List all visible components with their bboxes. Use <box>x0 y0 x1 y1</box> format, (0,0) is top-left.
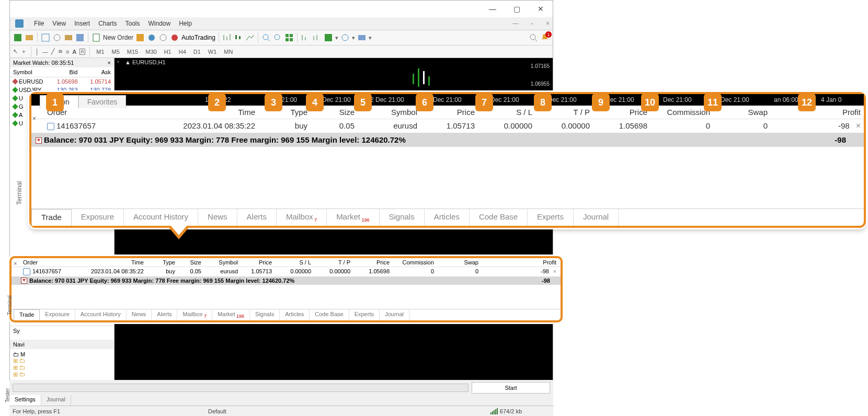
mw-close-icon[interactable]: × <box>108 60 111 66</box>
new-order-button[interactable]: New Order <box>103 34 133 41</box>
nav-tree[interactable]: 🗀 M ⊞ 🗀 ⊞ 🗀 ⊞ 🗀 <box>10 349 114 380</box>
label-icon[interactable]: 🄰 <box>79 49 85 55</box>
chart-close-icon[interactable]: × <box>117 59 120 65</box>
tester-tab-settings[interactable]: Settings <box>9 395 41 406</box>
terminal-close-icon[interactable]: × <box>14 260 17 267</box>
tf-m15[interactable]: M15 <box>125 48 140 55</box>
tab-experts[interactable]: Experts <box>528 209 574 226</box>
start-button[interactable]: Start <box>472 382 550 394</box>
nav-icon[interactable] <box>52 33 62 42</box>
globe-icon[interactable] <box>158 33 168 42</box>
menu-insert[interactable]: Insert <box>74 20 90 27</box>
channel-icon[interactable]: ≋ <box>58 48 63 55</box>
tab-exposure[interactable]: Exposure <box>40 309 75 320</box>
col-tp[interactable]: T / P <box>311 259 350 265</box>
cursor-icon[interactable]: ↖ <box>13 48 18 55</box>
tab-mailbox[interactable]: Mailbox 7 <box>277 209 327 226</box>
auto-icon[interactable] <box>170 33 179 42</box>
col-symbol[interactable]: Symbol <box>201 259 238 265</box>
tab-market[interactable]: Market 196 <box>212 309 250 320</box>
tab-code-base[interactable]: Code Base <box>310 309 349 320</box>
col-bid[interactable]: Bid <box>44 69 78 75</box>
tab-journal[interactable]: Journal <box>380 309 409 320</box>
col-time[interactable]: Time <box>140 108 255 117</box>
tab-experts[interactable]: Experts <box>349 309 380 320</box>
terminal-icon[interactable] <box>64 33 73 42</box>
tab-account-history[interactable]: Account History <box>124 209 198 226</box>
tab-trade[interactable]: Trade <box>31 209 72 226</box>
col-sl[interactable]: S / L <box>272 259 311 265</box>
tab-code-base[interactable]: Code Base <box>470 209 528 226</box>
mdi-min-icon[interactable]: — <box>512 20 519 27</box>
expert-icon[interactable] <box>147 33 156 42</box>
text-icon[interactable]: A <box>72 49 76 55</box>
trade-row-big[interactable]: 141637657 2023.01.04 08:35:22 buy 0.05 e… <box>31 119 864 133</box>
maximize-button[interactable]: ▢ <box>505 1 529 17</box>
hline-icon[interactable]: — <box>42 49 48 55</box>
autotrading-button[interactable]: AutoTrading <box>181 34 215 41</box>
col-ask[interactable]: Ask <box>78 69 111 75</box>
col-symbol[interactable]: Symbol <box>13 69 44 75</box>
menu-file[interactable]: File <box>34 20 44 27</box>
close-order-button[interactable]: × <box>853 121 864 131</box>
zoom-in-icon[interactable] <box>261 33 271 42</box>
periods-icon[interactable] <box>340 33 350 42</box>
tab-account-history[interactable]: Account History <box>75 309 127 320</box>
tab-articles[interactable]: Articles <box>425 209 470 226</box>
tab-news[interactable]: News <box>198 209 237 226</box>
tf-d1[interactable]: D1 <box>191 48 203 55</box>
tab-signals[interactable]: Signals <box>250 309 280 320</box>
search-icon[interactable] <box>529 33 538 42</box>
scroll-icon[interactable] <box>312 33 322 42</box>
menu-window[interactable]: Window <box>149 20 171 27</box>
tab-favorites[interactable]: Favorites <box>78 95 127 108</box>
mw-tab[interactable]: Sy <box>10 326 114 336</box>
col-swap[interactable]: Swap <box>434 259 478 265</box>
minimize-button[interactable]: — <box>481 1 505 17</box>
tab-exposure[interactable]: Exposure <box>72 209 124 226</box>
tester-icon[interactable] <box>75 33 85 42</box>
col-size[interactable]: Size <box>175 259 201 265</box>
col-type[interactable]: Type <box>144 259 175 265</box>
tab-alerts[interactable]: Alerts <box>237 209 277 226</box>
close-order-button[interactable]: × <box>551 268 558 275</box>
tf-h4[interactable]: H4 <box>177 48 188 55</box>
tile-icon[interactable] <box>284 33 294 42</box>
mdi-close-icon[interactable]: × <box>546 20 550 27</box>
tab-articles[interactable]: Articles <box>280 309 310 320</box>
doc-icon[interactable] <box>92 33 101 42</box>
vline-icon[interactable]: │ <box>36 49 39 55</box>
close-button[interactable]: ✕ <box>529 1 553 17</box>
profiles-icon[interactable] <box>25 33 34 42</box>
new-chart-icon[interactable] <box>13 33 22 42</box>
alerts-bell-icon[interactable] <box>540 32 550 43</box>
shift-icon[interactable] <box>301 33 310 42</box>
tf-m30[interactable]: M30 <box>143 48 158 55</box>
meta-icon[interactable] <box>135 33 145 42</box>
trade-row[interactable]: 141637657 2023.01.04 08:35:22 buy 0.05 e… <box>12 267 561 276</box>
mdi-max-icon[interactable]: ▫ <box>531 20 533 27</box>
col-profit[interactable]: Profit <box>478 259 558 265</box>
tester-tab-journal[interactable]: Journal <box>41 395 71 406</box>
menu-help[interactable]: Help <box>179 20 192 27</box>
menu-charts[interactable]: Charts <box>98 20 117 27</box>
tf-h1[interactable]: H1 <box>162 48 174 55</box>
tab-alerts[interactable]: Alerts <box>152 309 177 320</box>
bars-icon[interactable] <box>222 33 232 42</box>
col-price[interactable]: Price <box>238 259 272 265</box>
fibo-icon[interactable]: ≡ <box>66 49 69 55</box>
tf-m5[interactable]: M5 <box>110 48 122 55</box>
tf-w1[interactable]: W1 <box>206 48 219 55</box>
crosshair-icon[interactable]: ＋ <box>21 48 27 55</box>
col-time[interactable]: Time <box>73 259 144 265</box>
tab-mailbox[interactable]: Mailbox 7 <box>177 309 212 320</box>
mw-row[interactable]: EURUSD1.056981.05714 <box>10 77 114 86</box>
col-order[interactable]: Order <box>21 259 73 265</box>
menu-tools[interactable]: Tools <box>125 20 140 27</box>
col-commission[interactable]: Commission <box>390 259 434 265</box>
tf-mn[interactable]: MN <box>222 48 235 55</box>
indicators-icon[interactable] <box>324 33 333 42</box>
candles-icon[interactable] <box>234 33 243 42</box>
tab-signals[interactable]: Signals <box>380 209 425 226</box>
line-icon[interactable] <box>245 33 255 42</box>
